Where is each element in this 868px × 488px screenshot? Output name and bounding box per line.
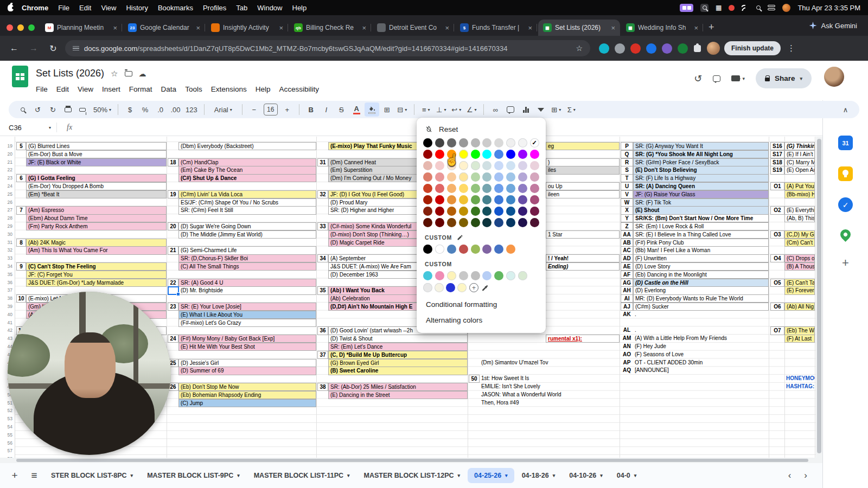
sheet-cell[interactable]: X bbox=[621, 206, 633, 214]
sheet-tab-menu-icon[interactable]: ▾ bbox=[600, 473, 603, 478]
sheet-cell[interactable]: (E) Hit Me With Your Best Shot bbox=[178, 343, 316, 351]
sheets-logo[interactable] bbox=[12, 66, 28, 87]
color-swatch[interactable] bbox=[423, 150, 432, 159]
sheet-cell[interactable]: O5 bbox=[770, 279, 784, 287]
color-swatch[interactable] bbox=[518, 161, 527, 170]
tab-close-icon[interactable]: × bbox=[113, 24, 117, 32]
color-swatch[interactable] bbox=[494, 184, 503, 193]
share-button[interactable]: Share ▾ bbox=[756, 68, 812, 88]
close-window-button[interactable] bbox=[7, 24, 13, 31]
color-swatch[interactable] bbox=[471, 195, 480, 204]
sheet-cell[interactable]: (E) Open Ar bbox=[784, 166, 815, 174]
sheet-cell[interactable]: 20 bbox=[168, 222, 178, 230]
sheet-cell[interactable]: (Dm) Simantov U'mazel Tov bbox=[480, 359, 620, 367]
forward-button[interactable]: → bbox=[26, 41, 41, 56]
row-header[interactable]: 20 bbox=[2, 150, 12, 158]
sheet-cell[interactable]: (Fm) Party Rock Anthem bbox=[26, 222, 167, 230]
extension-icon-2[interactable] bbox=[615, 43, 625, 54]
browser-tab[interactable]: ▦Wedding Info Sh× bbox=[621, 20, 703, 36]
sheet-cell[interactable]: (D) Summer of 69 bbox=[178, 367, 316, 375]
color-swatch[interactable] bbox=[435, 161, 444, 170]
color-swatch[interactable] bbox=[530, 150, 539, 159]
color-swatch[interactable] bbox=[447, 195, 456, 204]
sheet-cell[interactable]: (C, D) *Build Me Up Buttercup bbox=[328, 351, 468, 359]
sheet-cell[interactable]: (G) Brown Eyed Girl bbox=[328, 359, 468, 367]
color-swatch[interactable] bbox=[530, 172, 539, 182]
sheet-cell[interactable]: eg bbox=[546, 142, 620, 150]
color-swatch[interactable] bbox=[482, 184, 492, 193]
sheet-cell[interactable]: (Bb) Man! I Feel Like a Woman bbox=[633, 246, 769, 254]
selected-color-swatch[interactable]: ✓ bbox=[530, 138, 539, 147]
menubar-item-view[interactable]: View bbox=[101, 4, 116, 12]
browser-tab[interactable]: $Funds Transfer |× bbox=[455, 20, 537, 36]
print-button[interactable] bbox=[61, 102, 75, 117]
sheet-cell[interactable]: (G) Semi-Charmed Life bbox=[178, 246, 316, 254]
sheet-cell[interactable]: AJ bbox=[621, 303, 633, 311]
color-swatch[interactable] bbox=[482, 161, 492, 170]
sheet-cell[interactable]: (C) All The Small Things bbox=[178, 262, 316, 271]
calendar-icon[interactable]: 31 bbox=[838, 136, 853, 150]
color-swatch[interactable] bbox=[447, 138, 456, 147]
sheet-cell[interactable]: Q bbox=[621, 150, 633, 158]
row-header[interactable]: 28 bbox=[2, 214, 12, 222]
color-swatch[interactable] bbox=[530, 207, 539, 216]
sheet-cell[interactable]: (C) Marry M bbox=[784, 158, 815, 166]
menu-file[interactable]: File bbox=[31, 83, 52, 95]
menu-tools[interactable]: Tools bbox=[181, 83, 207, 95]
sheet-cell[interactable]: 31 bbox=[317, 158, 328, 166]
sheet-cell[interactable]: (E) Dancing in the Street bbox=[328, 391, 468, 399]
menubar-item-history[interactable]: History bbox=[126, 4, 148, 12]
sheet-tab-menu-icon[interactable]: ▾ bbox=[131, 473, 133, 478]
sheet-cell[interactable]: (D) Twist & Shout bbox=[328, 335, 468, 343]
row-header[interactable]: 19 bbox=[2, 142, 12, 150]
sheet-cell[interactable]: 18 bbox=[168, 158, 178, 166]
sheet-cell[interactable]: (B) Sweet Caroline bbox=[328, 367, 468, 375]
color-swatch[interactable] bbox=[471, 245, 480, 254]
color-swatch[interactable] bbox=[459, 271, 468, 280]
sheet-cell[interactable]: AP bbox=[621, 359, 633, 367]
color-swatch[interactable] bbox=[435, 207, 444, 216]
sheet-cell[interactable]: (C) Can't Stop The Feeling bbox=[26, 262, 167, 271]
sheet-cell[interactable]: Z bbox=[621, 222, 633, 230]
sheet-cell[interactable]: S19 bbox=[770, 166, 784, 174]
sheet-cell[interactable]: (E) Can't Ta bbox=[784, 279, 815, 287]
sheet-cell[interactable]: 23 bbox=[168, 303, 178, 311]
browser-profile-avatar[interactable] bbox=[707, 42, 720, 55]
sheet-cell[interactable]: SR: (F) Tik Tok bbox=[633, 198, 769, 207]
menubar-item-profiles[interactable]: Profiles bbox=[203, 4, 226, 12]
browser-menu-icon[interactable]: ⋮ bbox=[785, 43, 797, 53]
color-swatch[interactable] bbox=[471, 184, 480, 193]
hide-menus-button[interactable]: ∧ bbox=[838, 102, 853, 117]
color-swatch[interactable] bbox=[447, 207, 456, 216]
color-swatch[interactable] bbox=[447, 172, 456, 182]
menubar-item-bookmarks[interactable]: Bookmarks bbox=[158, 4, 193, 12]
row-header[interactable]: 21 bbox=[2, 158, 12, 166]
color-swatch[interactable] bbox=[494, 172, 503, 182]
sheet-cell[interactable]: SR: (C#m) Feel It Still bbox=[178, 206, 316, 214]
sheet-cell[interactable]: 19 bbox=[168, 190, 178, 198]
sheet-tab-menu-icon[interactable]: ▾ bbox=[505, 473, 508, 478]
zoom-select[interactable]: 50%▾ bbox=[91, 102, 113, 117]
sheet-cell[interactable]: SR: (E) I Believe In a Thing Called Love bbox=[633, 230, 769, 239]
row-header[interactable]: 29 bbox=[2, 222, 12, 230]
color-swatch[interactable] bbox=[446, 283, 455, 292]
version-history-icon[interactable]: ↺ bbox=[694, 73, 702, 85]
sheet-cell[interactable]: AO bbox=[621, 351, 633, 359]
sheet-cell[interactable]: iles bbox=[546, 166, 620, 174]
sheet-cell[interactable]: (D) Sugar We're Going Down bbox=[178, 222, 316, 230]
sheet-cell[interactable]: 22 bbox=[168, 279, 178, 287]
apple-menu-icon[interactable] bbox=[8, 4, 14, 11]
color-swatch[interactable] bbox=[435, 184, 444, 193]
color-swatch[interactable] bbox=[459, 218, 468, 227]
color-swatch[interactable] bbox=[530, 184, 539, 193]
color-swatch[interactable] bbox=[435, 172, 444, 182]
menubar-item-tab[interactable]: Tab bbox=[236, 4, 247, 12]
sheet-cell[interactable]: . bbox=[633, 311, 769, 319]
decrease-font-size-button[interactable]: − bbox=[247, 102, 261, 117]
red-badge-icon[interactable] bbox=[729, 5, 735, 11]
insert-chart-button[interactable] bbox=[519, 102, 533, 117]
sheet-cell[interactable]: 6 bbox=[16, 174, 26, 182]
sheet-cell[interactable]: . bbox=[633, 326, 769, 335]
sheet-cell[interactable]: W bbox=[621, 198, 633, 207]
row-header[interactable]: 22 bbox=[2, 166, 12, 174]
